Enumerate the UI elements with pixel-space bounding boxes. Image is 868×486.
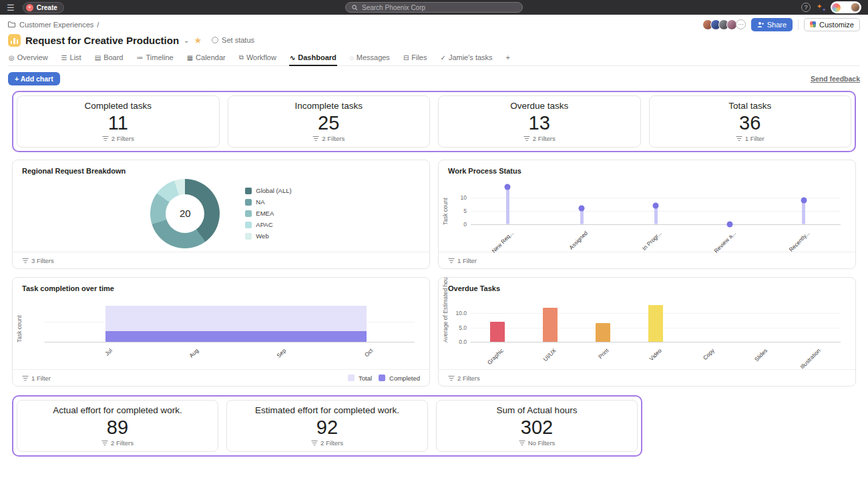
lollipop-dot — [726, 222, 732, 228]
stat-card-filters[interactable]: 2 Filters — [312, 135, 345, 142]
send-feedback-link[interactable]: Send feedback — [811, 75, 860, 83]
legend-item: Completed — [379, 375, 420, 382]
tab-overview[interactable]: ◎Overview — [8, 52, 49, 65]
more-members-button[interactable]: ⋯ — [736, 19, 746, 29]
tab-workflow[interactable]: ⧉Workflow — [238, 52, 277, 65]
filter-icon — [312, 136, 319, 142]
board-icon: ▤ — [95, 54, 101, 61]
legend-swatch — [245, 210, 252, 217]
help-icon[interactable]: ? — [801, 3, 811, 12]
stat-card-title: Overdue tasks — [510, 101, 568, 111]
add-chart-button[interactable]: + Add chart — [8, 72, 60, 85]
stat-card[interactable]: Overdue tasks132 Filters — [438, 95, 641, 148]
stat-card-title: Sum of Actual hours — [497, 405, 578, 415]
stat-card[interactable]: Actual effort for completed work.892 Fil… — [17, 400, 218, 452]
stat-card[interactable]: Completed tasks112 Filters — [17, 95, 220, 148]
tab-messages[interactable]: ◌Messages — [349, 52, 391, 65]
stat-card-filters[interactable]: 1 Filter — [736, 135, 765, 142]
chart-card-regional-request-breakdown[interactable]: Regional Request Breakdown 20 Global (AL… — [12, 160, 430, 269]
chart-legend: Global (ALL)NAEMEAAPACWeb — [245, 187, 291, 240]
customize-button-label: Customize — [819, 21, 854, 29]
tab-files[interactable]: ⊟Files — [403, 52, 428, 65]
x-tick-label: In Progr... — [641, 230, 663, 252]
stat-card[interactable]: Incomplete tasks252 Filters — [228, 95, 431, 148]
chart-card-task-completion-over-time[interactable]: Task completion over time Task count Jul… — [12, 277, 430, 387]
breadcrumb[interactable]: Customer Experiences — [19, 21, 93, 29]
filters-label: No Filters — [528, 439, 556, 447]
search-input[interactable]: Search Phoenix Corp — [345, 2, 523, 13]
tab-label: Calendar — [196, 53, 226, 61]
stat-card-filters[interactable]: 2 Filters — [523, 135, 556, 142]
stat-card[interactable]: Sum of Actual hours302No Filters — [436, 400, 638, 452]
favorite-star-icon[interactable]: ★ — [194, 36, 202, 45]
filter-icon — [448, 258, 455, 264]
tab-board[interactable]: ▤Board — [94, 52, 124, 65]
filters-label[interactable]: 1 Filter — [457, 257, 477, 264]
legend-label: Total — [359, 375, 372, 382]
tab-label: Workflow — [246, 53, 276, 61]
customize-button[interactable]: Customize — [804, 18, 860, 31]
filters-label[interactable]: 1 Filter — [31, 375, 51, 382]
bar-ui-ux — [543, 308, 558, 342]
x-tick-label: Copy — [702, 347, 716, 361]
x-tick-label: Print — [597, 347, 610, 360]
stat-card[interactable]: Total tasks361 Filter — [649, 95, 852, 148]
legend-label: APAC — [256, 221, 272, 228]
stat-card-filters[interactable]: 2 Filters — [101, 439, 134, 447]
project-icon[interactable] — [8, 34, 21, 47]
x-tick-label: Jul — [103, 347, 114, 357]
share-button[interactable]: Share — [751, 18, 793, 31]
account-switcher[interactable] — [831, 1, 861, 13]
set-status-button[interactable]: Set status — [212, 36, 254, 44]
stat-card-value: 25 — [318, 113, 339, 133]
tab-[interactable]: + — [505, 52, 511, 65]
tab-jamie-s-tasks[interactable]: ✓Jamie's tasks — [440, 52, 493, 65]
chart-card-work-process-status[interactable]: Work Process Status Task count 0510New R… — [438, 160, 856, 269]
chart-title: Task completion over time — [13, 278, 429, 292]
y-tick-label: 5.0 — [459, 324, 467, 331]
tab-timeline[interactable]: ≔Timeline — [136, 52, 174, 65]
files-icon: ⊟ — [403, 54, 409, 61]
x-tick-label: Assigned — [568, 230, 589, 251]
legend-item: NA — [245, 198, 291, 206]
customize-grid-icon — [810, 21, 816, 27]
chart-card-overdue-tasks[interactable]: Overdue Tasks Average of Estimated hou..… — [438, 277, 856, 387]
filters-label[interactable]: 3 Filters — [31, 257, 54, 264]
sidebar-menu-icon[interactable]: ☰ — [7, 3, 15, 12]
y-axis-label: Task count — [442, 184, 449, 225]
share-person-icon — [757, 21, 764, 28]
bar-video — [648, 305, 663, 342]
legend-item: Global (ALL) — [245, 187, 291, 194]
create-button[interactable]: + Create — [23, 2, 64, 13]
kpi-row-selected: Actual effort for completed work.892 Fil… — [12, 395, 642, 457]
ai-sparkle-icon[interactable]: ✦✦ — [817, 3, 825, 11]
stat-card-filters[interactable]: No Filters — [519, 439, 556, 447]
stat-card-value: 36 — [739, 113, 761, 133]
stat-card-filters[interactable]: 2 Filters — [102, 135, 134, 142]
tab-list[interactable]: ☰List — [61, 52, 82, 65]
y-tick-label: 0 — [463, 221, 467, 228]
lollipop-dot — [801, 198, 807, 204]
filters-label[interactable]: 2 Filters — [457, 375, 480, 382]
stat-card[interactable]: Estimated effort for completed work.922 … — [226, 400, 428, 452]
legend-swatch — [245, 233, 252, 240]
x-tick-label: Aug — [188, 347, 200, 359]
filters-label: 1 Filter — [745, 135, 765, 142]
plus-icon: + — [26, 4, 33, 11]
tab-calendar[interactable]: ▦Calendar — [186, 52, 226, 65]
chevron-down-icon[interactable]: ⌄ — [184, 37, 189, 44]
area-chart: JulAugSepOct — [45, 302, 415, 342]
chart-title: Work Process Status — [439, 160, 855, 175]
tab-dashboard[interactable]: ∿Dashboard — [289, 52, 337, 65]
legend-item: EMEA — [245, 210, 291, 217]
stat-card-filters[interactable]: 2 Filters — [311, 439, 343, 447]
user-avatar — [851, 3, 860, 12]
lollipop-stem — [506, 187, 509, 224]
y-axis-label: Task count — [16, 302, 23, 342]
chart-title: Regional Request Breakdown — [13, 160, 429, 175]
filter-icon — [311, 440, 318, 446]
area-band-completed — [105, 331, 367, 342]
filter-icon — [523, 136, 530, 142]
filter-icon — [22, 258, 29, 264]
x-tick-label: Sep — [275, 347, 287, 359]
